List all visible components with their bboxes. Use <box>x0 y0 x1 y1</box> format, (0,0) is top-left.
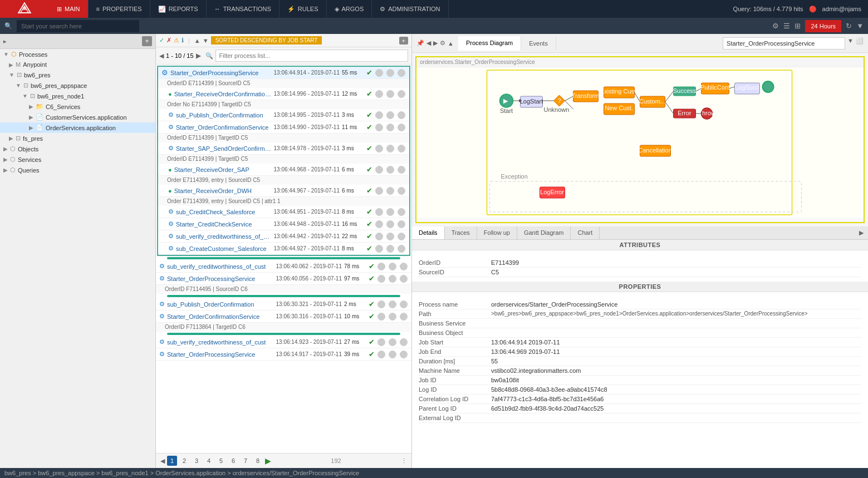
pagination-next-icon[interactable]: ▶ <box>265 456 271 465</box>
page-btn-3[interactable]: 3 <box>192 456 202 466</box>
status-circle <box>375 111 383 119</box>
sort-button[interactable]: SORTED DESCENDING BY JOB START <box>211 36 322 45</box>
cs-icon: 📄 <box>36 114 43 121</box>
tab-traces[interactable]: Traces <box>445 226 477 239</box>
page-btn-8[interactable]: 8 <box>253 456 263 466</box>
tab-events[interactable]: Events <box>521 37 556 50</box>
sidebar-item-bw6pres-appspace[interactable]: ▼ ⊡ bw6_pres_appspace <box>0 80 155 91</box>
grid-icon[interactable]: ⊞ <box>795 22 801 30</box>
process-type-icon: ⚙ <box>159 300 165 308</box>
page-next-icon[interactable]: ▶ <box>196 52 201 60</box>
page-btn-7[interactable]: 7 <box>241 456 251 466</box>
warning-icon[interactable]: ⚠ <box>174 37 179 44</box>
table-row[interactable]: ⚙ Starter_OrderProcessingService 13:06:1… <box>156 348 411 361</box>
table-row[interactable]: ⚙ Starter_SAP_SendOrderConfirmatio 13:08… <box>158 142 409 155</box>
table-row[interactable]: ⚙ sub_verify_creditworthiness_of_cust 13… <box>158 230 409 243</box>
search-input[interactable] <box>17 20 139 32</box>
process-duration: 97 ms <box>344 275 366 282</box>
page-btn-4[interactable]: 4 <box>204 456 214 466</box>
sidebar-item-processes[interactable]: ▼ ⬡ Processes <box>0 49 155 60</box>
pagination-prev-icon[interactable]: ◀ <box>160 457 165 465</box>
nav-forward-icon[interactable]: ▶ <box>433 40 438 47</box>
table-row[interactable]: ● Starter_ReceiveOrder_SAP 13:06:44.968 … <box>158 164 409 176</box>
page-btn-2[interactable]: 2 <box>179 456 189 466</box>
map-pin-icon[interactable]: 📌 <box>416 40 424 47</box>
tab-process-diagram[interactable]: Process Diagram <box>458 36 521 51</box>
add-center-icon[interactable]: + <box>399 37 408 45</box>
process-title-input[interactable] <box>723 37 845 50</box>
nav-administration[interactable]: ⚙ ADMINISTRATION <box>372 0 448 18</box>
detail-tabs-more[interactable]: ▶ <box>855 226 868 239</box>
sidebar-item-services[interactable]: ▶ ⬡ Services <box>0 154 155 165</box>
check-icon[interactable]: ✓ <box>159 37 164 44</box>
nav-back-icon[interactable]: ◀ <box>426 40 431 47</box>
sidebar-item-bw6pres-node1[interactable]: ▼ ⊡ bw6_pres_node1 <box>0 91 155 101</box>
time-range-button[interactable]: 24 Hours <box>805 20 841 32</box>
settings-icon[interactable]: ⚙ <box>772 22 779 30</box>
table-row[interactable]: ⚙ Starter_OrderProcessingService 13:06:4… <box>158 67 409 79</box>
list-icon[interactable]: ☰ <box>783 22 790 30</box>
tab-details[interactable]: Details <box>412 226 445 239</box>
logo[interactable] <box>0 0 49 18</box>
parent-nav-icon[interactable]: ▲ <box>448 40 454 47</box>
status-ok-icon: ✔ <box>366 111 372 119</box>
table-row[interactable]: ● Starter_ReceiveOrder_DWH 13:06:44.967 … <box>158 185 409 197</box>
settings-right-icon[interactable]: ⚙ <box>440 40 445 47</box>
dropdown-process-icon[interactable]: ▼ <box>847 37 854 50</box>
tab-chart[interactable]: Chart <box>571 226 600 239</box>
nav-transactions[interactable]: ↔ TRANSACTIONS <box>207 0 279 18</box>
maximize-icon[interactable]: ⬜ <box>856 37 864 50</box>
sidebar-expand-icon[interactable]: ▸ <box>3 38 7 45</box>
attr-value <box>491 329 861 336</box>
attr-value: >bw6_pres>bw6_pres_appspace>bw6_pres_nod… <box>491 311 861 317</box>
attr-label: Job Start <box>419 339 491 346</box>
nav-argos[interactable]: ◈ ARGOS <box>327 0 372 18</box>
dropdown-icon[interactable]: ▼ <box>856 22 864 30</box>
nav-properties[interactable]: ≡ PROPERTIES <box>89 0 150 18</box>
sidebar-item-queries[interactable]: ▶ ⬡ Queries <box>0 165 155 175</box>
table-row[interactable]: ⚙ sub_Publish_OrderConfirmation 13:08:14… <box>158 109 409 121</box>
sidebar-item-customerservices[interactable]: ▶ 📄 CustomerServices.application <box>0 112 155 122</box>
table-row[interactable]: ⚙ sub_Publish_OrderConfirmation 13:06:30… <box>156 298 411 311</box>
sidebar-item-orderservices[interactable]: ▶ 📄 OrderServices.application <box>0 122 155 133</box>
sidebar-item-fspres[interactable]: ▶ ⊡ fs_pres <box>0 133 155 144</box>
attr-label: Correlation Log ID <box>419 396 491 402</box>
more-icon[interactable]: ⋮ <box>401 457 407 465</box>
sidebar-add-button[interactable]: + <box>142 36 152 46</box>
sidebar-item-anypoint[interactable]: ▶ M Anypoint <box>0 60 155 70</box>
x-icon[interactable]: ✗ <box>166 37 171 44</box>
nav-main[interactable]: ⊞ MAIN <box>49 0 89 18</box>
attr-label: Log ID <box>419 386 491 393</box>
table-row[interactable]: ⚙ sub_verify_creditworthiness_of_cust 13… <box>156 336 411 348</box>
table-row[interactable]: ⚙ sub_verify_creditworthiness_of_cust 13… <box>156 260 411 273</box>
process-attrs: OrderID E7114399 | TargetID C5 <box>158 134 409 142</box>
refresh-icon[interactable]: ↻ <box>846 22 852 30</box>
sidebar-item-bw6pres[interactable]: ▼ ⊡ bw6_pres <box>0 70 155 80</box>
tab-followup[interactable]: Follow up <box>477 226 517 239</box>
table-row[interactable]: ⚙ Starter_CreditCheckService 13:06:44.94… <box>158 218 409 230</box>
filter-input[interactable] <box>215 50 408 62</box>
tab-gantt[interactable]: Gantt Diagram <box>517 226 571 239</box>
nav-rules[interactable]: ⚡ RULES <box>279 0 327 18</box>
table-row[interactable]: ⚙ sub_CreateCustomer_Salesforce 13:06:44… <box>158 243 409 255</box>
sidebar-item-c6services[interactable]: ▶ 📁 C6_Services <box>0 101 155 112</box>
down-icon[interactable]: ▼ <box>203 37 209 44</box>
fspres-icon: ⊡ <box>16 135 21 142</box>
page-prev-icon[interactable]: ◀ <box>159 52 164 60</box>
table-row[interactable]: ● Starter_ReceiveOrderConfirmation_C 13:… <box>158 88 409 100</box>
page-btn-6[interactable]: 6 <box>228 456 238 466</box>
up-icon[interactable]: ▲ <box>194 37 200 44</box>
process-time: 13:06:30.321 - 2019-07-11 <box>276 301 342 307</box>
table-row[interactable]: ⚙ sub_CreditCheck_Salesforce 13:06:44.95… <box>158 206 409 218</box>
list-item: Job Start 13:06:44.914 2019-07-11 <box>419 338 861 347</box>
page-btn-1[interactable]: 1 <box>167 456 177 466</box>
sidebar-item-objects[interactable]: ▶ ⬡ Objects <box>0 144 155 154</box>
table-row[interactable]: ⚙ Starter_OrderConfirmationService 13:06… <box>156 311 411 323</box>
table-row[interactable]: ⚙ Starter_OrderConfirmationService 13:08… <box>158 121 409 134</box>
table-row[interactable]: ⚙ Starter_OrderProcessingService 13:06:4… <box>156 273 411 285</box>
page-btn-5[interactable]: 5 <box>216 456 226 466</box>
main-layout: ▸ + ▼ ⬡ Processes ▶ M Anypoint ▼ ⊡ bw6_p… <box>0 34 868 468</box>
alert-indicator[interactable]: 🔴 <box>809 6 817 13</box>
info-icon[interactable]: ℹ <box>182 37 184 44</box>
nav-reports[interactable]: 📈 REPORTS <box>150 0 207 18</box>
